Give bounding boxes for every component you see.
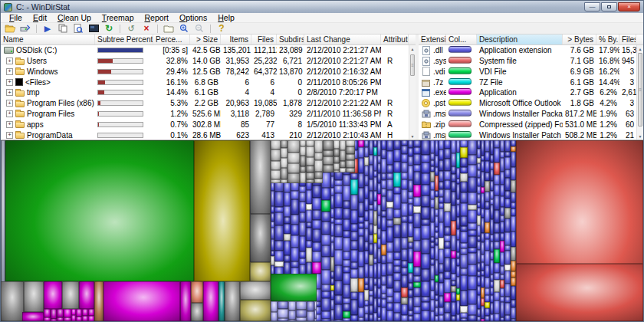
treemap-tile[interactable]: [504, 152, 511, 157]
extension-row[interactable]: .dllApplication extension7.6 GB17.9%15,3…: [419, 45, 636, 56]
treemap-tile[interactable]: [284, 182, 291, 192]
treemap-tile[interactable]: [444, 203, 451, 212]
treemap-block-mosaic-gray-b[interactable]: [323, 140, 355, 172]
treemap-tile[interactable]: [271, 179, 281, 183]
treemap-tile[interactable]: [408, 223, 413, 237]
treemap-block-bb-gray-1[interactable]: [1, 281, 24, 321]
tree-row[interactable]: +ProgramData0.1%28.6 MB6234132102/12/201…: [1, 130, 409, 140]
treemap-block-bb-magenta-d[interactable]: [203, 281, 219, 321]
treemap-tile[interactable]: [393, 209, 401, 218]
treemap-tile[interactable]: [393, 162, 401, 172]
treemap-tile[interactable]: [439, 171, 444, 182]
treemap-tile[interactable]: [460, 291, 468, 306]
treemap-tile[interactable]: [451, 258, 456, 274]
treemap-tile[interactable]: [408, 283, 413, 290]
treemap-tile[interactable]: [334, 265, 343, 281]
treemap-tile[interactable]: [511, 232, 516, 247]
treemap-tile[interactable]: [271, 140, 281, 150]
treemap-tile[interactable]: [321, 291, 330, 298]
treemap-tile[interactable]: [408, 215, 413, 223]
treemap-tile[interactable]: [413, 154, 421, 165]
treemap-tile[interactable]: [334, 295, 343, 304]
treemap-tile[interactable]: [511, 271, 516, 278]
treemap-tile[interactable]: [421, 269, 430, 281]
treemap-tile[interactable]: [511, 307, 516, 319]
treemap-tile[interactable]: [485, 265, 490, 278]
treemap-tile[interactable]: [306, 222, 312, 228]
treemap-tile[interactable]: [306, 248, 312, 262]
treemap-tile[interactable]: [504, 178, 511, 191]
treemap-tile[interactable]: [401, 249, 408, 261]
treemap-tile[interactable]: [444, 248, 451, 258]
treemap-block-bb-magenta-c[interactable]: [180, 281, 191, 321]
treemap-tile[interactable]: [494, 249, 500, 263]
treemap-tile[interactable]: [284, 206, 291, 217]
treemap-tile[interactable]: [334, 163, 340, 170]
treemap-tile[interactable]: [271, 301, 278, 312]
treemap-tile[interactable]: [343, 304, 350, 311]
treemap-block-yellow-block[interactable]: [194, 140, 250, 281]
treemap-tile[interactable]: [485, 152, 490, 161]
treemap-tile[interactable]: [444, 258, 451, 271]
treemap-tile[interactable]: [334, 219, 343, 225]
treemap-tile[interactable]: [386, 140, 393, 151]
treemap-tile[interactable]: [334, 149, 340, 156]
treemap-tile[interactable]: [439, 209, 444, 222]
treemap-tile[interactable]: [451, 221, 456, 235]
treemap-tile[interactable]: [408, 242, 413, 248]
treemap-tile[interactable]: [451, 192, 456, 205]
treemap-tile[interactable]: [350, 269, 358, 278]
treemap-tile[interactable]: [321, 200, 330, 212]
treemap-tile[interactable]: [413, 251, 421, 267]
treemap-tile[interactable]: [381, 294, 386, 299]
menu-item-report[interactable]: Report: [139, 13, 174, 22]
treemap-tile[interactable]: [281, 179, 288, 183]
treemap-tile[interactable]: [321, 235, 330, 245]
treemap-tile[interactable]: [334, 156, 340, 163]
treemap-tile[interactable]: [343, 201, 350, 209]
treemap-tile[interactable]: [281, 140, 288, 148]
extension-row[interactable]: .zipCompressed (zipped) Folder531.0 MB1.…: [419, 119, 636, 130]
treemap-tile[interactable]: [408, 180, 413, 192]
expand-icon[interactable]: +: [6, 89, 13, 96]
treemap-tile[interactable]: [300, 140, 306, 146]
treemap-tile[interactable]: [386, 220, 393, 227]
treemap-tile[interactable]: [314, 153, 323, 160]
treemap-tile[interactable]: [451, 251, 456, 258]
treemap-tile[interactable]: [321, 319, 330, 321]
treemap-tile[interactable]: [82, 309, 88, 316]
menu-item-file[interactable]: File: [4, 13, 28, 22]
treemap-tile[interactable]: [321, 284, 330, 291]
treemap-tile[interactable]: [284, 192, 291, 206]
tree-row[interactable]: +<Files>16.1%6.8 GB6602/11/2010 8:05:26 …: [1, 77, 409, 87]
tree-row[interactable]: +Users32.8%14.0 GB31,95325,2326,7212/12/…: [1, 56, 409, 67]
resume-icon[interactable]: ▶: [41, 23, 54, 34]
treemap-tile[interactable]: [485, 288, 490, 295]
treemap-tile[interactable]: [274, 207, 284, 212]
treemap-tile[interactable]: [485, 209, 490, 222]
treemap-tile[interactable]: [439, 315, 444, 321]
treemap-tile[interactable]: [451, 153, 456, 166]
treemap-tile[interactable]: [468, 165, 477, 177]
treemap-tile[interactable]: [504, 232, 511, 245]
treemap-tile[interactable]: [291, 248, 299, 261]
treemap-tile[interactable]: [274, 251, 284, 261]
treemap-tile[interactable]: [451, 302, 456, 316]
extension-row[interactable]: .pstMicrosoft Office Outlook Pe...1.8 GB…: [419, 98, 636, 109]
treemap-tile[interactable]: [468, 205, 477, 210]
treemap-tile[interactable]: [413, 172, 421, 185]
treemap-tile[interactable]: [307, 301, 314, 311]
treemap-tile[interactable]: [421, 310, 430, 321]
treemap-tile[interactable]: [444, 227, 451, 235]
treemap-block-bb-magenta-b[interactable]: [79, 281, 94, 309]
treemap-tile[interactable]: [504, 245, 511, 251]
treemap-tile[interactable]: [444, 235, 451, 242]
treemap-tile[interactable]: [340, 150, 346, 161]
ext-column-header-files[interactable]: Files: [619, 34, 636, 44]
treemap-block-bb-tan[interactable]: [94, 281, 104, 321]
treemap-tile[interactable]: [346, 140, 355, 146]
treemap-tile[interactable]: [421, 281, 430, 297]
treemap-tile[interactable]: [413, 314, 421, 321]
treemap-tile[interactable]: [401, 288, 408, 297]
treemap-tile[interactable]: [401, 146, 408, 154]
